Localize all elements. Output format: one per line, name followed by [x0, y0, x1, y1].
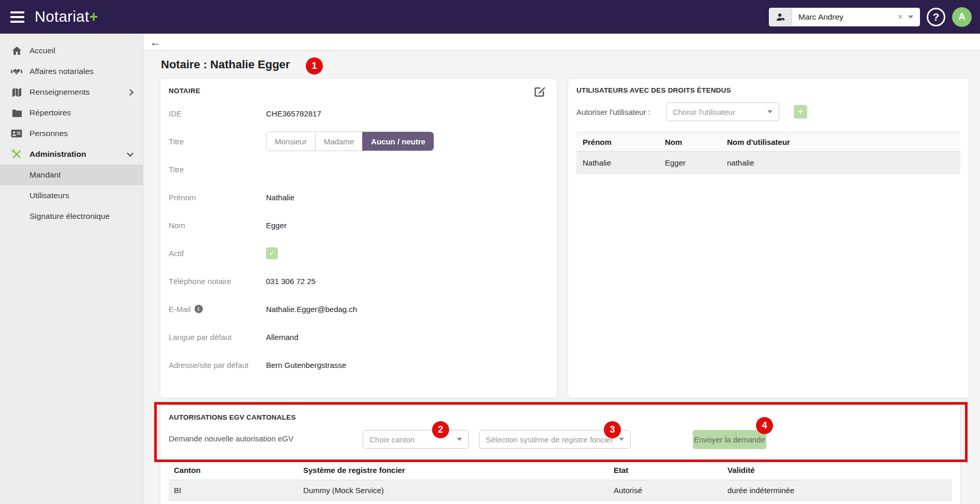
segment-monsieur[interactable]: Monsieur [266, 132, 315, 151]
field-value: CHE365782817 [266, 109, 321, 118]
table-header-row: PrénomNomNom d'utilisateur [576, 132, 960, 152]
sidebar-item-personnes[interactable]: Personnes [0, 123, 143, 144]
table-header-row: CantonSystème de registre foncierEtatVal… [169, 461, 952, 480]
sidebar-item-affaires-notariales[interactable]: Affaires notariales [0, 61, 143, 82]
table-cell: BI [169, 486, 298, 495]
sidebar-item-mandant[interactable]: Mandant [0, 165, 143, 185]
field-label: Téléphone notaire [169, 277, 266, 286]
sidebar-item-label: Affaires notariales [29, 67, 94, 76]
info-icon[interactable]: i [195, 305, 203, 313]
content-toolbar: ← [143, 34, 980, 51]
table-row: NathalieEggernathalie [576, 152, 960, 174]
chevron-right-icon [127, 89, 133, 96]
sidebar-item-label: Signature électronique [29, 212, 110, 221]
contact-card-icon [10, 127, 23, 140]
field-row-prenom: PrénomNathalie [169, 183, 544, 211]
field-row-titre: Titre [169, 155, 544, 183]
user-combobox-value: Marc Andrey [798, 12, 898, 22]
users-card: UTILISATEURS AVEC DES DROITS ÉTENDUS Aut… [568, 78, 969, 398]
sidebar-item-repertoires[interactable]: Répertoires [0, 102, 143, 123]
chevron-down-icon [619, 438, 624, 441]
table-cell: durée indéterminée [722, 486, 952, 495]
column-header: Validité [722, 466, 952, 475]
map-icon [10, 86, 23, 98]
help-icon[interactable]: ? [927, 8, 945, 26]
field-row-e-mail: E-MailiNathalie.Egger@bedag.ch [169, 295, 544, 323]
field-value: 031 306 72 25 [266, 277, 316, 286]
user-select[interactable]: Choisir l'utilisateur [666, 102, 779, 121]
app-title: Notariat [35, 8, 90, 25]
chevron-down-icon[interactable] [908, 16, 913, 19]
sidebar-item-accueil[interactable]: Accueil [0, 40, 143, 61]
menu-icon[interactable] [10, 9, 24, 25]
registry-system-placeholder: Sélection système de registre foncier [486, 435, 619, 444]
sidebar-item-utilisateurs[interactable]: Utilisateurs [0, 185, 143, 206]
table-cell: Nathalie [576, 158, 659, 167]
users-table: PrénomNomNom d'utilisateurNathalieEggern… [576, 132, 960, 174]
field-value: Nathalie.Egger@bedag.ch [266, 305, 357, 314]
field-row-titre: TitreMonsieurMadameAucun / neutre [169, 127, 544, 155]
field-label: Langue par défaut [169, 333, 266, 342]
edit-icon[interactable] [533, 85, 546, 100]
field-label: IDE [169, 109, 266, 118]
egv-card-title: AUTORISATIONS EGV CANTONALES [169, 413, 952, 421]
clear-icon[interactable]: × [898, 12, 903, 22]
field-value: Allemand [266, 333, 299, 342]
user-select-placeholder: Choisir l'utilisateur [673, 108, 767, 116]
table-row: BIDummy (Mock Service)Autorisédurée indé… [169, 480, 952, 501]
column-header: Prénom [576, 138, 659, 146]
registry-system-select[interactable]: Sélection système de registre foncier [479, 430, 631, 449]
sidebar-item-label: Mandant [29, 170, 61, 180]
active-checkbox[interactable]: ✓ [266, 247, 278, 259]
sidebar-item-label: Accueil [29, 46, 55, 55]
chevron-down-icon [457, 438, 462, 441]
table-cell: Egger [659, 158, 721, 167]
sidebar: AccueilAffaires notarialesRenseignements… [0, 34, 143, 504]
chevron-down-icon [767, 110, 773, 113]
notaire-card-title: NOTAIRE [169, 87, 544, 95]
field-row-ide: IDECHE365782817 [169, 99, 544, 127]
field-label: Adresse/site par défaut [169, 361, 266, 369]
table-cell: nathalie [721, 158, 960, 167]
sidebar-item-administration[interactable]: Administration [0, 144, 143, 165]
home-icon [10, 45, 23, 57]
field-value: Nathalie [266, 193, 294, 202]
sidebar-item-label: Renseignements [29, 87, 90, 97]
segment-aucun-neutre[interactable]: Aucun / neutre [362, 132, 434, 151]
send-request-button[interactable]: Envoyer la demande [693, 430, 766, 449]
field-label: Actif [169, 249, 266, 258]
column-header: Nom [659, 138, 721, 146]
field-row-langue-par-defaut: Langue par défautAllemand [169, 323, 544, 351]
field-label: Titre [169, 165, 266, 174]
sidebar-item-label: Utilisateurs [29, 191, 69, 200]
back-button[interactable]: ← [150, 37, 161, 48]
sidebar-item-label: Répertoires [29, 108, 71, 117]
field-label: E-Maili [169, 305, 266, 314]
tools-icon [10, 148, 23, 160]
annotation-badge-1: 1 [306, 57, 323, 75]
canton-select-placeholder: Choix canton [369, 435, 457, 444]
column-header: Etat [608, 466, 722, 475]
app-logo: Notariat+ [35, 8, 98, 25]
column-header: Canton [169, 466, 298, 475]
egv-authorizations-card: AUTORISATIONS EGV CANTONALES Demande nou… [160, 405, 961, 504]
notaire-card: NOTAIRE IDECHE365782817TitreMonsieurMada… [160, 78, 557, 398]
user-combobox[interactable]: Marc Andrey × [769, 8, 920, 26]
segment-madame[interactable]: Madame [315, 132, 362, 151]
field-label: Nom [169, 221, 266, 230]
users-card-title: UTILISATEURS AVEC DES DROITS ÉTENDUS [576, 86, 960, 94]
title-segmented-control: MonsieurMadameAucun / neutre [266, 131, 434, 151]
folder-icon [10, 107, 23, 119]
user-switch-icon [769, 8, 792, 26]
sidebar-item-signature-electronique[interactable]: Signature électronique [0, 206, 143, 227]
table-cell: Dummy (Mock Service) [298, 486, 608, 495]
request-egv-label: Demande nouvelle autorisation eGV [169, 434, 293, 443]
avatar[interactable]: A [952, 7, 972, 27]
field-value: Egger [266, 221, 287, 230]
field-value: Bern Gutenbergstrasse [266, 361, 346, 369]
canton-select[interactable]: Choix canton [363, 430, 469, 449]
app-title-plus: + [90, 8, 98, 25]
sidebar-item-renseignements[interactable]: Renseignements [0, 82, 143, 102]
handshake-icon [10, 65, 23, 78]
add-user-button[interactable]: + [794, 105, 807, 118]
